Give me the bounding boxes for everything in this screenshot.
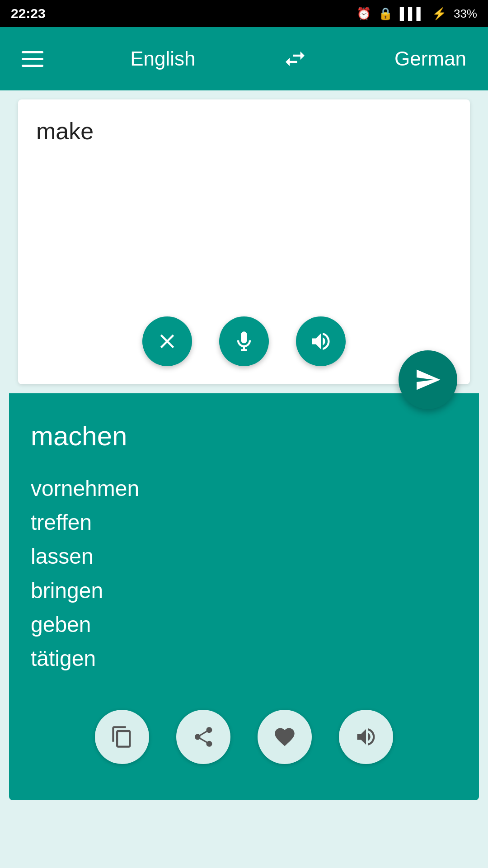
input-text[interactable]: make <box>36 118 452 298</box>
alternative-translation-item: tätigen <box>31 643 457 674</box>
microphone-icon <box>232 330 256 353</box>
alternative-translation-item: lassen <box>31 541 457 571</box>
share-icon <box>192 725 215 749</box>
status-icons: ⏰ 🔒 ▌▌▌ ⚡ 33% <box>357 7 477 21</box>
input-actions <box>36 316 452 366</box>
alarm-icon: ⏰ <box>357 7 371 21</box>
speak-result-icon <box>354 725 378 749</box>
microphone-button[interactable] <box>219 316 269 366</box>
status-time: 22:23 <box>11 6 46 21</box>
swap-languages-button[interactable] <box>282 46 308 71</box>
send-icon <box>414 366 441 393</box>
status-bar: 22:23 ⏰ 🔒 ▌▌▌ ⚡ 33% <box>0 0 488 27</box>
share-button[interactable] <box>176 710 230 764</box>
charging-icon: ⚡ <box>432 7 446 21</box>
translate-button[interactable] <box>399 350 457 409</box>
toolbar: English German <box>0 27 488 90</box>
target-language-button[interactable]: German <box>394 47 466 70</box>
favorite-icon <box>273 725 296 749</box>
speak-input-button[interactable] <box>296 316 346 366</box>
copy-icon <box>110 725 134 749</box>
clear-button[interactable] <box>142 316 192 366</box>
alternative-translations: vornehmentreffenlassenbringengebentätige… <box>31 473 457 674</box>
alternative-translation-item: bringen <box>31 576 457 606</box>
result-actions <box>31 710 457 778</box>
input-area: make <box>18 99 470 384</box>
results-area: machen vornehmentreffenlassenbringengebe… <box>9 393 479 800</box>
clear-icon <box>155 330 179 353</box>
speak-input-icon <box>309 330 333 353</box>
favorite-button[interactable] <box>258 710 312 764</box>
alternative-translation-item: treffen <box>31 507 457 538</box>
menu-button[interactable] <box>22 51 43 67</box>
speak-result-button[interactable] <box>339 710 393 764</box>
sim-icon: 🔒 <box>378 7 393 21</box>
swap-icon <box>282 46 308 71</box>
alternative-translation-item: vornehmen <box>31 473 457 504</box>
battery-text: 33% <box>454 7 477 21</box>
copy-button[interactable] <box>95 710 149 764</box>
signal-icon: ▌▌▌ <box>400 7 425 21</box>
primary-translation: machen <box>31 420 457 452</box>
source-language-button[interactable]: English <box>130 47 195 70</box>
alternative-translation-item: geben <box>31 609 457 640</box>
